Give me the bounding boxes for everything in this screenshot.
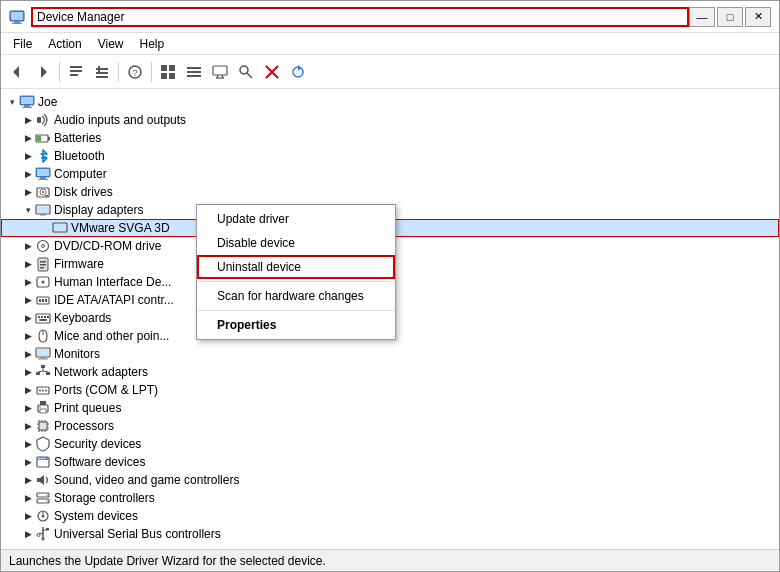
svg-point-52 bbox=[38, 241, 49, 252]
tree-item-network[interactable]: ▶ Network adapters bbox=[1, 363, 779, 381]
svg-point-88 bbox=[39, 406, 40, 407]
tree-label-keyboards: Keyboards bbox=[54, 311, 111, 325]
view-list-button[interactable] bbox=[182, 60, 206, 84]
svg-rect-63 bbox=[45, 299, 47, 302]
svg-rect-21 bbox=[187, 75, 201, 77]
view-large-button[interactable] bbox=[156, 60, 180, 84]
back-button[interactable] bbox=[5, 60, 29, 84]
minimize-button[interactable]: — bbox=[689, 7, 715, 27]
chevron-sound: ▶ bbox=[21, 473, 35, 487]
svg-rect-8 bbox=[70, 74, 78, 76]
forward-button[interactable] bbox=[31, 60, 55, 84]
tree-item-system[interactable]: ▶ System devices bbox=[1, 507, 779, 525]
tree-item-audio[interactable]: ▶ Audio inputs and outputs bbox=[1, 111, 779, 129]
svg-point-104 bbox=[41, 458, 43, 460]
expand-button[interactable] bbox=[90, 60, 114, 84]
refresh-button[interactable] bbox=[286, 60, 310, 84]
svg-rect-9 bbox=[96, 68, 108, 70]
chevron-security: ▶ bbox=[21, 437, 35, 451]
svg-rect-49 bbox=[40, 214, 46, 216]
sound-icon bbox=[35, 472, 51, 488]
svg-point-84 bbox=[45, 390, 47, 392]
tree-item-batteries[interactable]: ▶ Batteries bbox=[1, 129, 779, 147]
chevron-audio: ▶ bbox=[21, 113, 35, 127]
mouse-icon bbox=[35, 328, 51, 344]
svg-point-45 bbox=[42, 191, 44, 193]
maximize-button[interactable]: □ bbox=[717, 7, 743, 27]
svg-rect-40 bbox=[37, 169, 49, 176]
tree-label-diskdrives: Disk drives bbox=[54, 185, 113, 199]
hid-icon bbox=[35, 274, 51, 290]
svg-point-108 bbox=[46, 494, 48, 496]
help-button[interactable]: ? bbox=[123, 60, 147, 84]
tree-item-computer[interactable]: ▶ Computer bbox=[1, 165, 779, 183]
svg-point-59 bbox=[42, 281, 45, 284]
tree-item-diskdrives[interactable]: ▶ Disk drives bbox=[1, 183, 779, 201]
tree-item-usb[interactable]: ▶ Universal Serial Bus controllers bbox=[1, 525, 779, 543]
tree-label-firmware: Firmware bbox=[54, 257, 104, 271]
disk-icon bbox=[35, 184, 51, 200]
toolbar-separator-3 bbox=[151, 62, 152, 82]
context-menu-uninstall-device[interactable]: Uninstall device bbox=[197, 255, 395, 279]
menu-file[interactable]: File bbox=[5, 35, 40, 53]
svg-rect-10 bbox=[96, 72, 108, 74]
tree-label-usb: Universal Serial Bus controllers bbox=[54, 527, 221, 541]
tree-label-bluetooth: Bluetooth bbox=[54, 149, 105, 163]
tree-label-ports: Ports (COM & LPT) bbox=[54, 383, 158, 397]
tree-item-storage[interactable]: ▶ Storage controllers bbox=[1, 489, 779, 507]
search-button[interactable] bbox=[234, 60, 258, 84]
context-menu-separator bbox=[197, 281, 395, 282]
menu-view[interactable]: View bbox=[90, 35, 132, 53]
monitor-icon bbox=[35, 346, 51, 362]
menu-help[interactable]: Help bbox=[132, 35, 173, 53]
tree-item-bluetooth[interactable]: ▶ Bluetooth bbox=[1, 147, 779, 165]
battery-icon bbox=[35, 130, 51, 146]
svg-rect-61 bbox=[39, 299, 41, 302]
svg-rect-32 bbox=[21, 97, 33, 104]
svg-rect-38 bbox=[37, 136, 41, 141]
tree-item-software[interactable]: ▶ Software devices bbox=[1, 453, 779, 471]
menu-action[interactable]: Action bbox=[40, 35, 89, 53]
tree-item-sound[interactable]: ▶ Sound, video and game controllers bbox=[1, 471, 779, 489]
storage-icon bbox=[35, 490, 51, 506]
tree-item-security[interactable]: ▶ Security devices bbox=[1, 435, 779, 453]
close-button[interactable]: ✕ bbox=[745, 7, 771, 27]
tree-label-software: Software devices bbox=[54, 455, 145, 469]
collapse-button[interactable] bbox=[64, 60, 88, 84]
context-menu-properties[interactable]: Properties bbox=[197, 313, 395, 337]
app-icon bbox=[9, 9, 25, 25]
svg-rect-1 bbox=[14, 21, 20, 23]
chevron-computer: ▶ bbox=[21, 167, 35, 181]
port-icon bbox=[35, 382, 51, 398]
svg-rect-17 bbox=[161, 73, 167, 79]
tree-label-system: System devices bbox=[54, 509, 138, 523]
svg-line-27 bbox=[247, 73, 252, 78]
svg-point-109 bbox=[46, 500, 48, 502]
tree-item-monitors[interactable]: ▶ Monitors bbox=[1, 345, 779, 363]
svg-rect-42 bbox=[38, 179, 48, 180]
chevron-storage: ▶ bbox=[21, 491, 35, 505]
svg-rect-68 bbox=[47, 316, 49, 318]
context-menu-disable-device[interactable]: Disable device bbox=[197, 231, 395, 255]
chevron-hid: ▶ bbox=[21, 275, 35, 289]
context-menu-scan-changes[interactable]: Scan for hardware changes bbox=[197, 284, 395, 308]
svg-rect-77 bbox=[46, 372, 50, 375]
svg-point-82 bbox=[39, 390, 41, 392]
context-menu-update-driver[interactable]: Update driver bbox=[197, 207, 395, 231]
svg-rect-75 bbox=[41, 365, 45, 368]
chevron-usb: ▶ bbox=[21, 527, 35, 541]
delete-button[interactable] bbox=[260, 60, 284, 84]
monitor-button[interactable] bbox=[208, 60, 232, 84]
tree-item-ports[interactable]: ▶ Ports (COM & LPT) bbox=[1, 381, 779, 399]
svg-rect-6 bbox=[70, 66, 82, 68]
tree-item-print[interactable]: ▶ Print queues bbox=[1, 399, 779, 417]
tree-label-hid: Human Interface De... bbox=[54, 275, 171, 289]
svg-rect-46 bbox=[45, 195, 48, 197]
tree-label-network: Network adapters bbox=[54, 365, 148, 379]
svg-rect-20 bbox=[187, 71, 201, 73]
chevron-software: ▶ bbox=[21, 455, 35, 469]
tree-item-processors[interactable]: ▶ bbox=[1, 417, 779, 435]
tree-item-joe[interactable]: ▾ Joe bbox=[1, 93, 779, 111]
svg-rect-33 bbox=[24, 105, 30, 107]
svg-rect-7 bbox=[70, 70, 82, 72]
